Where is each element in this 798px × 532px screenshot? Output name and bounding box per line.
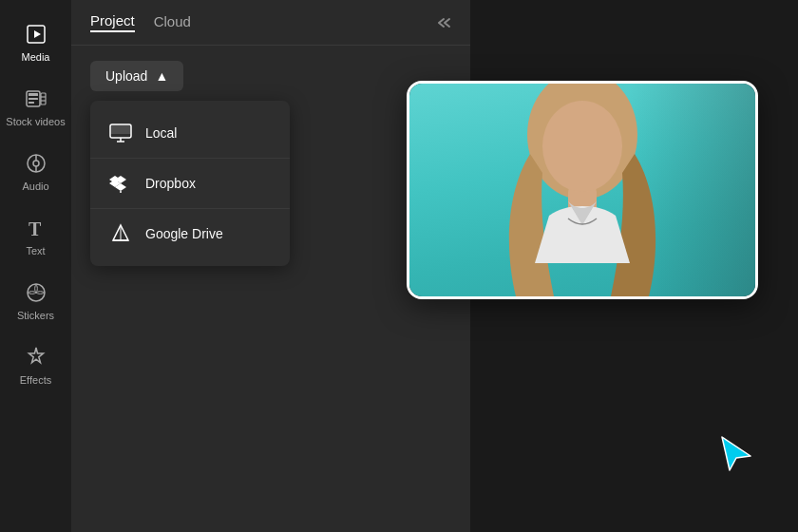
- preview-image: [407, 81, 758, 299]
- sidebar-effects-label: Effects: [20, 374, 51, 386]
- svg-point-10: [33, 161, 39, 166]
- stickers-icon: [23, 279, 49, 306]
- sidebar-item-media[interactable]: Media: [0, 10, 71, 74]
- google-drive-icon: [109, 222, 132, 245]
- sidebar-text-label: Text: [26, 245, 45, 256]
- chevron-up-icon: ▲: [155, 68, 168, 84]
- svg-marker-1: [34, 30, 41, 38]
- sidebar-item-text[interactable]: T Text: [0, 203, 71, 268]
- collapse-panel-button[interactable]: [438, 14, 455, 31]
- svg-point-24: [542, 101, 622, 192]
- effects-icon: [23, 344, 49, 370]
- text-icon: T: [23, 215, 49, 241]
- sidebar-audio-label: Audio: [22, 180, 48, 192]
- sidebar-item-stock-videos[interactable]: Stock videos: [0, 74, 71, 139]
- upload-button[interactable]: Upload ▲: [90, 61, 183, 91]
- tab-cloud[interactable]: Cloud: [154, 13, 191, 31]
- sidebar-item-stickers[interactable]: Stickers: [0, 268, 71, 332]
- dropbox-icon: [109, 172, 132, 195]
- media-icon: [23, 21, 49, 48]
- cursor-arrow: [712, 428, 760, 475]
- svg-text:T: T: [28, 218, 42, 239]
- svg-rect-6: [41, 93, 46, 104]
- sidebar-media-label: Media: [22, 51, 50, 63]
- audio-icon: [23, 150, 49, 177]
- dropdown-google-drive-label: Google Drive: [145, 226, 223, 241]
- svg-point-19: [120, 191, 122, 193]
- tabs-bar: Project Cloud: [71, 0, 470, 46]
- sidebar-stickers-label: Stickers: [17, 310, 54, 321]
- dropdown-item-local[interactable]: Local: [90, 108, 290, 158]
- upload-dropdown-menu: Local Dropbox: [90, 101, 290, 266]
- upload-label: Upload: [105, 68, 147, 84]
- svg-rect-16: [110, 124, 131, 134]
- svg-rect-5: [28, 102, 34, 104]
- sidebar-item-effects[interactable]: Effects: [0, 332, 71, 397]
- dropdown-item-dropbox[interactable]: Dropbox: [90, 158, 290, 208]
- dropdown-local-label: Local: [145, 125, 177, 141]
- dropdown-item-google-drive[interactable]: Google Drive: [90, 208, 290, 258]
- stock-videos-icon: [23, 86, 49, 112]
- dropdown-dropbox-label: Dropbox: [145, 176, 196, 191]
- svg-rect-3: [28, 93, 38, 96]
- sidebar: Media Stock videos Audio: [0, 0, 71, 532]
- sidebar-item-audio[interactable]: Audio: [0, 139, 71, 203]
- monitor-icon: [109, 122, 132, 144]
- sidebar-stock-videos-label: Stock videos: [6, 116, 65, 127]
- svg-rect-4: [28, 98, 38, 100]
- tab-project[interactable]: Project: [90, 12, 135, 32]
